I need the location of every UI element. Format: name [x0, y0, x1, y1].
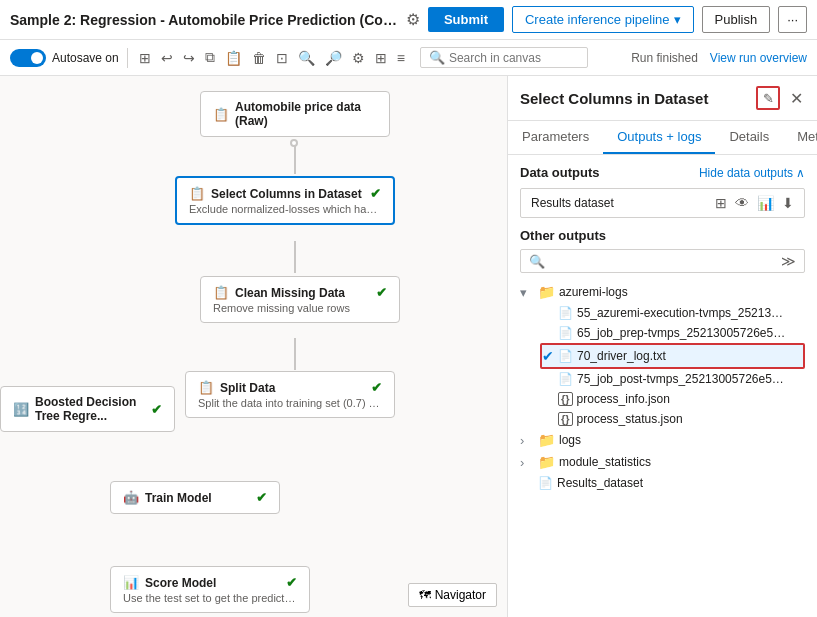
inference-label: Create inference pipeline [525, 12, 670, 27]
node-label-clean-missing: Clean Missing Data [235, 286, 345, 300]
tree-folder-module-stats[interactable]: › 📁 module_statistics [520, 451, 805, 473]
node-icon-auto-data: 📋 [213, 107, 229, 122]
navigator-label: Navigator [435, 588, 486, 602]
close-icon[interactable]: ✕ [788, 87, 805, 110]
node-select-cols[interactable]: 📋 Select Columns in Dataset ✔ Exclude no… [175, 176, 395, 225]
folder-label-azuremi: azuremi-logs [559, 285, 805, 299]
connector-3 [294, 338, 296, 370]
tree-file-process-status[interactable]: {} process_status.json [540, 409, 805, 429]
node-icon-score-model: 📊 [123, 575, 139, 590]
collapse-panel-icon[interactable]: ≫ [781, 253, 796, 269]
redo-icon[interactable]: ↪ [180, 47, 198, 69]
node-label-auto-data: Automobile price data (Raw) [235, 100, 377, 128]
node-label-select-cols: Select Columns in Dataset [211, 187, 362, 201]
delete-icon[interactable]: 🗑 [249, 47, 269, 69]
node-desc-score-model: Use the test set to get the predicted pr… [123, 592, 297, 604]
chevron-right-icon-logs[interactable]: › [520, 433, 534, 448]
results-dataset-row[interactable]: Results dataset ⊞ 👁 📊 ⬇ [520, 188, 805, 218]
main-area: 📋 Automobile price data (Raw) 📋 Select C… [0, 76, 817, 617]
chevron-up-icon: ∧ [796, 166, 805, 180]
more2-icon[interactable]: ≡ [394, 47, 408, 69]
submit-button[interactable]: Submit [428, 7, 504, 32]
tree-folder-azuremi-logs[interactable]: ▾ 📁 azuremi-logs [520, 281, 805, 303]
node-icon-boosted-tree: 🔢 [13, 402, 29, 417]
tab-outputs-logs[interactable]: Outputs + logs [603, 121, 715, 154]
autosave-switch[interactable] [10, 49, 46, 67]
file-label-75: 75_job_post-tvmps_25213005726e56dba07a1e… [577, 372, 787, 386]
node-check-split-data: ✔ [371, 380, 382, 395]
file-label-70: 70_driver_log.txt [577, 349, 803, 363]
node-label-boosted-tree: Boosted Decision Tree Regre... [35, 395, 145, 423]
tree-file-70[interactable]: ✔ 📄 70_driver_log.txt [540, 343, 805, 369]
grid-icon[interactable]: ⊞ [136, 47, 154, 69]
publish-button[interactable]: Publish [702, 6, 771, 33]
settings-icon[interactable]: ⚙ [406, 10, 420, 29]
node-train-model[interactable]: 🤖 Train Model ✔ [110, 481, 280, 514]
node-desc-clean-missing: Remove missing value rows [213, 302, 387, 314]
autosave-label: Autosave on [52, 51, 119, 65]
search-other-box: 🔍 ≫ [520, 249, 805, 273]
tab-metrics[interactable]: Metrics [783, 121, 817, 154]
tree-file-process-info[interactable]: {} process_info.json [540, 389, 805, 409]
table-icon[interactable]: ⊞ [372, 47, 390, 69]
hide-data-outputs-link[interactable]: Hide data outputs ∧ [699, 166, 805, 180]
connector-2 [294, 241, 296, 273]
panel-body: Data outputs Hide data outputs ∧ Results… [508, 155, 817, 617]
folder-icon-azuremi: 📁 [538, 284, 555, 300]
zoom-fit-icon[interactable]: ⊡ [273, 47, 291, 69]
copy-icon[interactable]: ⧉ [202, 46, 218, 69]
zoom-in-icon[interactable]: 🔎 [322, 47, 345, 69]
inference-button[interactable]: Create inference pipeline ▾ [512, 6, 694, 33]
chevron-down-icon: ▾ [674, 12, 681, 27]
toolbar: Autosave on ⊞ ↩ ↪ ⧉ 📋 🗑 ⊡ 🔍 🔎 ⚙ ⊞ ≡ 🔍 Ru… [0, 40, 817, 76]
settings2-icon[interactable]: ⚙ [349, 47, 368, 69]
tab-details[interactable]: Details [715, 121, 783, 154]
node-clean-missing[interactable]: 📋 Clean Missing Data ✔ Remove missing va… [200, 276, 400, 323]
search-canvas-box: 🔍 [420, 47, 588, 68]
more-button[interactable]: ··· [778, 6, 807, 33]
canvas[interactable]: 📋 Automobile price data (Raw) 📋 Select C… [0, 76, 507, 617]
folder-label-module-stats: module_statistics [559, 455, 805, 469]
search-canvas-icon: 🔍 [429, 50, 445, 65]
navigator-icon: 🗺 [419, 588, 431, 602]
chevron-down-icon-azuremi[interactable]: ▾ [520, 285, 534, 300]
azuremi-children: 📄 55_azuremi-execution-tvmps_25213005726… [520, 303, 805, 429]
preview-icon[interactable]: 👁 [735, 195, 749, 211]
file-icon-65: 📄 [558, 326, 573, 340]
node-icon-train-model: 🤖 [123, 490, 139, 505]
tree-file-55[interactable]: 📄 55_azuremi-execution-tvmps_25213005726… [540, 303, 805, 323]
chevron-right-icon-module-stats[interactable]: › [520, 455, 534, 470]
node-boosted-tree[interactable]: 🔢 Boosted Decision Tree Regre... ✔ [0, 386, 175, 432]
view-run-link[interactable]: View run overview [710, 51, 807, 65]
zoom-out-icon[interactable]: 🔍 [295, 47, 318, 69]
file-icon-75: 📄 [558, 372, 573, 386]
search-canvas-input[interactable] [449, 51, 579, 65]
node-score-model[interactable]: 📊 Score Model ✔ Use the test set to get … [110, 566, 310, 613]
node-split-data[interactable]: 📋 Split Data ✔ Split the data into train… [185, 371, 395, 418]
undo-icon[interactable]: ↩ [158, 47, 176, 69]
node-icon-select-cols: 📋 [189, 186, 205, 201]
node-auto-data[interactable]: 📋 Automobile price data (Raw) [200, 91, 390, 137]
connector-dot-1 [290, 139, 298, 147]
navigator-button[interactable]: 🗺 Navigator [408, 583, 497, 607]
tree-file-65[interactable]: 📄 65_job_prep-tvmps_25213005726e56dba07a… [540, 323, 805, 343]
folder-label-logs: logs [559, 433, 805, 447]
node-icon-split-data: 📋 [198, 380, 214, 395]
tree-file-75[interactable]: 📄 75_job_post-tvmps_25213005726e56dba07a… [540, 369, 805, 389]
tree-folder-logs[interactable]: › 📁 logs [520, 429, 805, 451]
node-label-split-data: Split Data [220, 381, 275, 395]
json-icon-process-status: {} [558, 412, 573, 426]
table-view-icon[interactable]: ⊞ [715, 195, 727, 211]
node-label-train-model: Train Model [145, 491, 212, 505]
separator-1 [127, 48, 128, 68]
tab-parameters[interactable]: Parameters [508, 121, 603, 154]
paste-icon[interactable]: 📋 [222, 47, 245, 69]
search-other-input[interactable] [549, 254, 777, 268]
tree-file-results-dataset[interactable]: 📄 Results_dataset [520, 473, 805, 493]
node-check-score-model: ✔ [286, 575, 297, 590]
edit-icon[interactable]: ✎ [756, 86, 780, 110]
download-icon[interactable]: ⬇ [782, 195, 794, 211]
chart-icon[interactable]: 📊 [757, 195, 774, 211]
hide-label: Hide data outputs [699, 166, 793, 180]
file-icon-70: 📄 [558, 349, 573, 363]
